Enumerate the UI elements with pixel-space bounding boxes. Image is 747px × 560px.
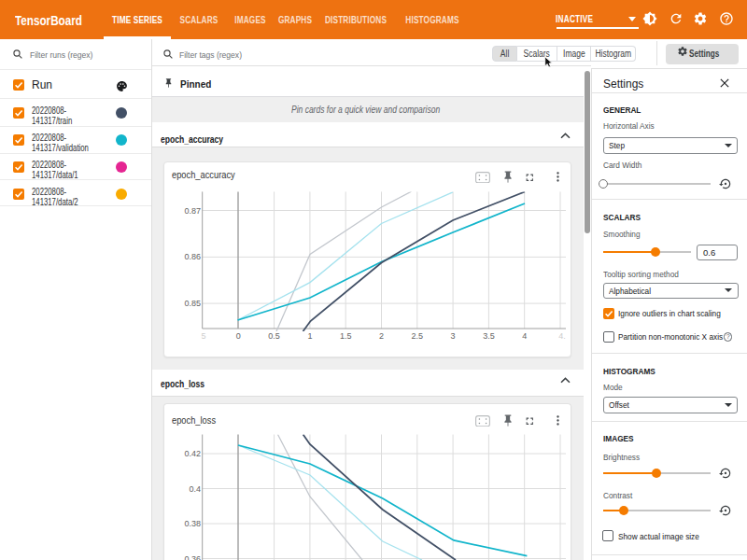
svg-text:0.85: 0.85	[184, 299, 201, 308]
svg-text:3.5: 3.5	[483, 331, 495, 341]
svg-text:0.36: 0.36	[184, 554, 201, 560]
svg-text:0.4: 0.4	[189, 484, 201, 494]
svg-text:0.86: 0.86	[184, 252, 201, 261]
svg-text:2: 2	[379, 331, 384, 341]
svg-text:0.5: 0.5	[268, 331, 280, 341]
svg-text:2.5: 2.5	[412, 331, 424, 341]
svg-text:3: 3	[451, 331, 456, 341]
svg-text:1: 1	[307, 331, 312, 341]
svg-text:0.87: 0.87	[184, 206, 201, 216]
svg-text:1.5: 1.5	[340, 331, 352, 341]
svg-text:4: 4	[522, 331, 527, 341]
svg-text:0.38: 0.38	[184, 519, 201, 528]
svg-text:0: 0	[236, 331, 241, 341]
svg-text:4.: 4.	[558, 331, 566, 341]
svg-text:5: 5	[201, 331, 205, 341]
svg-text:0.42: 0.42	[184, 449, 201, 458]
